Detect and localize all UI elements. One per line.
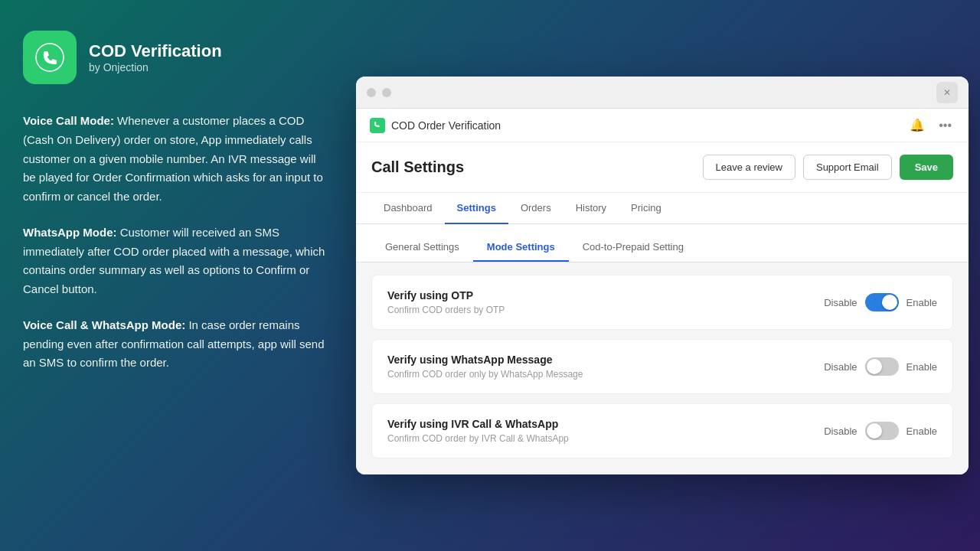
bell-icon-button[interactable]: 🔔 <box>906 116 928 134</box>
toggle-enable-label-ivr: Enable <box>906 425 937 437</box>
setting-title-whatsapp: Verify using WhatsApp Message <box>387 354 583 366</box>
voice-whatsapp-mode-section: Voice Call & WhatsApp Mode: In case orde… <box>23 316 325 373</box>
setting-info-otp: Verify using OTP Confirm COD orders by O… <box>387 289 505 315</box>
setting-card-otp: Verify using OTP Confirm COD orders by O… <box>371 275 953 330</box>
app-bar-icon <box>370 118 385 133</box>
setting-title-ivr: Verify using IVR Call & WhatsApp <box>387 418 569 430</box>
setting-desc-whatsapp: Confirm COD order only by WhatsApp Messa… <box>387 369 583 380</box>
toggle-group-otp: Disable Enable <box>824 293 937 311</box>
browser-close-btn[interactable]: ✕ <box>936 82 958 103</box>
toggle-disable-label-ivr: Disable <box>824 425 857 437</box>
setting-card-ivr: Verify using IVR Call & WhatsApp Confirm… <box>371 403 953 458</box>
subtab-mode-settings[interactable]: Mode Settings <box>473 233 569 262</box>
toggle-knob-ivr <box>867 423 882 439</box>
toggle-otp[interactable] <box>865 293 899 311</box>
toggle-disable-label-whatsapp: Disable <box>824 361 857 373</box>
page-header: Call Settings Leave a review Support Ema… <box>356 142 969 193</box>
app-bar-title: COD Order Verification <box>391 119 501 132</box>
support-email-button[interactable]: Support Email <box>803 155 892 180</box>
toggle-whatsapp[interactable] <box>865 357 899 376</box>
toggle-enable-label-otp: Enable <box>906 297 937 308</box>
toggle-ivr[interactable] <box>865 422 899 440</box>
app-bar-right: 🔔 ••• <box>906 116 955 134</box>
setting-info-ivr: Verify using IVR Call & WhatsApp Confirm… <box>387 418 569 444</box>
setting-info-whatsapp: Verify using WhatsApp Message Confirm CO… <box>387 354 583 380</box>
toggle-knob-otp <box>882 295 897 310</box>
toggle-disable-label-otp: Disable <box>824 297 857 308</box>
voice-whatsapp-mode-label: Voice Call & WhatsApp Mode: <box>23 318 185 331</box>
save-button[interactable]: Save <box>900 155 953 180</box>
setting-card-whatsapp: Verify using WhatsApp Message Confirm CO… <box>371 339 953 394</box>
setting-desc-ivr: Confirm COD order by IVR Call & WhatsApp <box>387 433 569 444</box>
nav-tabs: Dashboard Settings Orders History Pricin… <box>356 193 969 224</box>
toggle-group-whatsapp: Disable Enable <box>824 357 937 376</box>
toggle-enable-label-whatsapp: Enable <box>906 361 937 373</box>
app-bar-left: COD Order Verification <box>370 118 501 133</box>
leave-review-button[interactable]: Leave a review <box>703 155 795 180</box>
setting-title-otp: Verify using OTP <box>387 289 505 302</box>
voice-call-mode-text: Whenever a customer places a COD (Cash O… <box>23 114 323 203</box>
app-icon <box>23 31 77 84</box>
sub-tabs-container: General Settings Mode Settings Cod-to-Pr… <box>356 224 969 262</box>
subtab-cod-to-prepaid[interactable]: Cod-to-Prepaid Setting <box>569 233 697 262</box>
tab-settings[interactable]: Settings <box>445 193 508 224</box>
browser-content: COD Order Verification 🔔 ••• Call Settin… <box>356 109 969 474</box>
setting-desc-otp: Confirm COD orders by OTP <box>387 305 505 315</box>
more-options-button[interactable]: ••• <box>936 117 955 134</box>
tab-history[interactable]: History <box>564 193 619 224</box>
whatsapp-mode-label: WhatsApp Mode: <box>23 226 116 239</box>
page-title: Call Settings <box>371 158 464 176</box>
app-title: COD Verification <box>89 41 222 61</box>
voice-call-mode-section: Voice Call Mode: Whenever a customer pla… <box>23 112 325 207</box>
right-panel: ✕ COD Order Verification 🔔 ••• <box>348 0 980 551</box>
description-block: Voice Call Mode: Whenever a customer pla… <box>23 112 325 373</box>
app-title-block: COD Verification by Onjection <box>89 41 222 73</box>
whatsapp-mode-section: WhatsApp Mode: Customer will received an… <box>23 223 325 299</box>
settings-content: Verify using OTP Confirm COD orders by O… <box>356 262 969 474</box>
app-header: COD Verification by Onjection <box>23 31 325 84</box>
header-buttons: Leave a review Support Email Save <box>703 155 953 180</box>
tab-orders[interactable]: Orders <box>508 193 564 224</box>
sub-tabs: General Settings Mode Settings Cod-to-Pr… <box>356 224 969 262</box>
tab-pricing[interactable]: Pricing <box>619 193 674 224</box>
toggle-group-ivr: Disable Enable <box>824 422 937 440</box>
app-subtitle: by Onjection <box>89 61 222 73</box>
browser-titlebar: ✕ <box>356 77 969 109</box>
app-bar: COD Order Verification 🔔 ••• <box>356 109 969 142</box>
subtab-general-settings[interactable]: General Settings <box>371 233 473 262</box>
left-panel: COD Verification by Onjection Voice Call… <box>0 0 348 551</box>
tab-dashboard[interactable]: Dashboard <box>371 193 445 224</box>
browser-window: ✕ COD Order Verification 🔔 ••• <box>356 77 969 474</box>
browser-dot-2 <box>382 88 391 97</box>
svg-point-0 <box>36 44 64 71</box>
browser-dot-1 <box>367 88 376 97</box>
voice-call-mode-label: Voice Call Mode: <box>23 114 114 127</box>
toggle-knob-whatsapp <box>867 359 882 374</box>
